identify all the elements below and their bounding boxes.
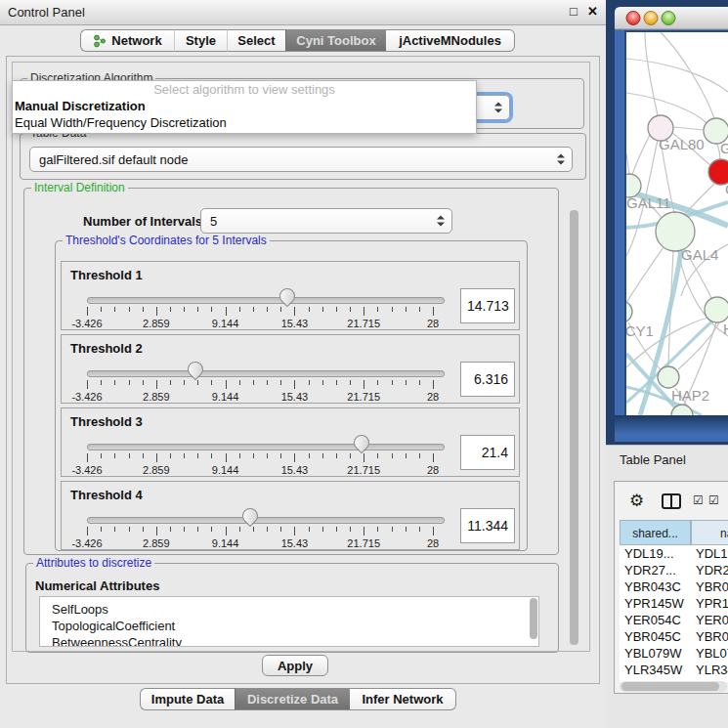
slider-tick (239, 453, 240, 458)
cell-shared-name[interactable]: YLR345W (624, 662, 689, 678)
tab-discretize-data[interactable]: Discretize Data (235, 688, 350, 710)
cell-shared-name[interactable]: YBR045C (624, 628, 689, 645)
float-window-icon[interactable]: □ (570, 4, 578, 19)
network-view-window[interactable]: GAL80GACGAL11GAL4GCY1HHAP2 (606, 0, 728, 445)
zoom-traffic-light[interactable] (662, 12, 675, 25)
threshold-panel-3: Threshold 3-3.4262.8599.14415.4321.71528… (61, 407, 520, 477)
slider-tick (336, 307, 337, 312)
slider-tick (170, 380, 171, 385)
threshold-slider-track[interactable] (87, 517, 445, 524)
tab-select[interactable]: Select (227, 29, 285, 52)
cell-shared-name[interactable]: YDL19... (624, 545, 689, 562)
slider-tick (377, 453, 378, 458)
threshold-slider-track[interactable] (87, 370, 445, 377)
slider-tick (143, 453, 144, 458)
tab-network[interactable]: Network (80, 29, 174, 52)
tab-cyni-toolbox[interactable]: Cyni Toolbox (285, 29, 386, 52)
cell-name[interactable]: YER054C (696, 612, 728, 628)
threshold-value-field[interactable]: 6.316 (460, 362, 515, 397)
slider-tick (392, 380, 393, 385)
table-row[interactable]: YBR043CYBR043C (620, 578, 728, 595)
tab-jactivemnodules[interactable]: jActiveMNodules (386, 29, 515, 52)
tab-label: Style (186, 33, 216, 48)
settings-vertical-scrollbar[interactable] (570, 210, 578, 645)
slider-tick (101, 380, 102, 385)
close-icon[interactable]: ✕ (587, 4, 598, 19)
slider-tick (280, 527, 281, 532)
tab-style[interactable]: Style (174, 29, 227, 52)
slider-tick (294, 453, 295, 462)
tab-impute-data[interactable]: Impute Data (140, 688, 235, 710)
apply-button[interactable]: Apply (262, 655, 328, 676)
minimize-traffic-light[interactable] (644, 12, 658, 25)
threshold-panel-4: Threshold 4-3.4262.8599.14415.4321.71528… (61, 481, 520, 550)
table-hscrollbar-thumb[interactable] (621, 682, 719, 691)
network-node-GAL4[interactable] (656, 212, 695, 251)
cell-shared-name[interactable]: YPR145W (624, 595, 689, 612)
network-canvas: GAL80GACGAL11GAL4GCY1HHAP2 (606, 0, 728, 445)
network-node-HAP2[interactable] (658, 366, 679, 388)
select-columns-icon-2[interactable]: ☑ (708, 493, 719, 507)
slider-tick (364, 380, 364, 389)
close-traffic-light[interactable] (626, 12, 640, 25)
table-row[interactable]: YER054CYER054C (620, 612, 728, 628)
cell-name[interactable]: YBL079W (696, 645, 728, 662)
network-node-H[interactable] (705, 297, 728, 322)
gear-icon[interactable]: ⚙ (629, 491, 644, 511)
cell-shared-name[interactable]: YDR27... (624, 562, 689, 578)
table-row[interactable]: YLR345WYLR345W (620, 662, 728, 678)
thresholds-group-label: Threshold's Coordinates for 5 Intervals (63, 234, 270, 247)
attribute-item[interactable]: BetweennessCentrality (40, 634, 538, 647)
tab-label: Select (237, 33, 275, 48)
threshold-label: Threshold 3 (70, 414, 143, 429)
cell-name[interactable]: YLR345W (696, 662, 728, 678)
slider-tick (211, 453, 212, 458)
node-label: GAL80 (659, 136, 705, 152)
slider-tick (433, 527, 434, 535)
cell-name[interactable]: YDR27... (696, 562, 728, 578)
attribute-item[interactable]: SelfLoops (40, 601, 538, 618)
slider-tick (184, 527, 185, 532)
slider-tick (322, 453, 323, 458)
tab-infer-network[interactable]: Infer Network (350, 688, 456, 710)
slider-tick (309, 380, 310, 385)
table-row[interactable]: YBR045CYBR045C (620, 628, 728, 645)
column-header-shared-name[interactable]: shared... (620, 520, 691, 545)
node-label: GAL4 (681, 246, 718, 263)
algorithm-popup-hint: Select algorithm to view settings (13, 81, 476, 98)
table-data-combobox[interactable]: galFiltered.sif default node (29, 147, 573, 172)
threshold-slider-track[interactable] (87, 297, 445, 304)
slider-tick (419, 453, 420, 458)
split-columns-icon[interactable] (662, 493, 681, 509)
cell-name[interactable]: YPR145W (696, 595, 728, 612)
cell-name[interactable]: YBR045C (696, 628, 728, 645)
threshold-value-field[interactable]: 11.344 (460, 508, 515, 543)
cell-name[interactable]: YDL19... (696, 545, 728, 562)
attribute-item[interactable]: TopologicalCoefficient (40, 618, 538, 634)
cell-shared-name[interactable]: YBR043C (624, 578, 689, 595)
column-header-name[interactable]: name (691, 520, 728, 545)
table-row[interactable]: YPR145WYPR145W (620, 595, 728, 612)
table-row[interactable]: YDR27...YDR27... (620, 562, 728, 578)
attributes-list-scrollbar[interactable] (530, 598, 537, 639)
algorithm-option-2[interactable]: Equal Width/Frequency Discretization (13, 114, 476, 131)
number-of-intervals-combobox[interactable]: 5 (200, 208, 452, 234)
select-columns-icon[interactable]: ☑ (693, 493, 704, 507)
slider-tick (143, 527, 144, 532)
table-row[interactable]: YDL19...YDL19... (620, 545, 728, 562)
threshold-value-field[interactable]: 21.4 (460, 435, 515, 470)
cell-name[interactable]: YBR043C (696, 578, 728, 595)
table-row[interactable]: YBL079WYBL079W (620, 645, 728, 662)
table-hscrollbar-track[interactable] (620, 681, 727, 692)
threshold-slider-track[interactable] (87, 444, 445, 450)
algorithm-option-1[interactable]: Manual Discretization (13, 98, 476, 114)
threshold-value-field[interactable]: 14.713 (460, 288, 515, 323)
slider-tick (392, 527, 393, 532)
cell-shared-name[interactable]: YER054C (624, 612, 689, 628)
slider-scale-label: 21.715 (347, 464, 380, 476)
slider-tick (280, 307, 281, 312)
cell-shared-name[interactable]: YBL079W (624, 645, 689, 662)
slider-tick (309, 307, 310, 312)
attributes-listbox[interactable]: SelfLoopsTopologicalCoefficientBetweenne… (39, 596, 539, 647)
slider-tick (101, 307, 102, 312)
